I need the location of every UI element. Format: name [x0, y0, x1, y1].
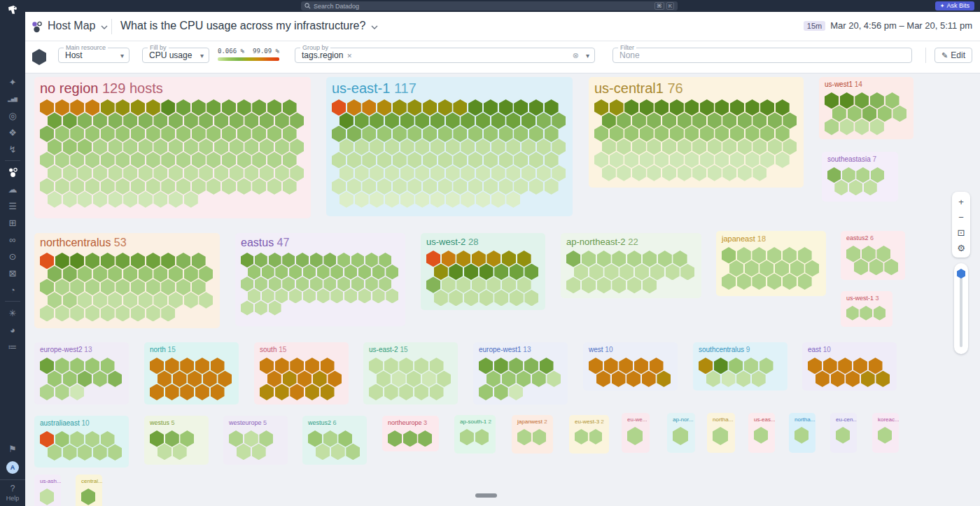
host-hexagon[interactable]: [108, 266, 122, 282]
host-hexagon[interactable]: [131, 279, 145, 295]
host-hexagon[interactable]: [484, 152, 498, 168]
host-hexagon[interactable]: [722, 113, 736, 129]
host-hexagon[interactable]: [453, 126, 467, 142]
host-hexagon[interactable]: [604, 264, 618, 281]
host-hexagon[interactable]: [834, 180, 848, 195]
host-hexagon[interactable]: [108, 444, 122, 461]
host-hexagon[interactable]: [78, 191, 92, 207]
host-hexagon[interactable]: [574, 264, 588, 281]
host-hexagon[interactable]: [214, 139, 228, 155]
host-hexagon[interactable]: [296, 276, 309, 291]
host-hexagon[interactable]: [85, 126, 99, 142]
host-hexagon[interactable]: [85, 358, 99, 374]
host-hexagon[interactable]: [385, 191, 399, 207]
host-hexagon[interactable]: [760, 260, 774, 277]
host-hexagon[interactable]: [461, 139, 475, 155]
host-hexagon[interactable]: [150, 384, 164, 400]
hostmap-group-westus[interactable]: westus 5: [144, 416, 209, 465]
host-hexagon[interactable]: [241, 253, 253, 267]
host-hexagon[interactable]: [442, 276, 456, 293]
host-hexagon[interactable]: [729, 358, 743, 374]
host-hexagon[interactable]: [708, 139, 722, 155]
host-hexagon[interactable]: [211, 384, 225, 400]
host-hexagon[interactable]: [78, 292, 92, 308]
hostmap-group-central[interactable]: central...: [76, 475, 102, 506]
host-hexagon[interactable]: [252, 126, 266, 142]
sidebar-item-events[interactable]: ↯: [0, 141, 25, 157]
host-hexagon[interactable]: [472, 276, 486, 293]
host-hexagon[interactable]: [506, 113, 520, 129]
host-hexagon[interactable]: [146, 253, 160, 269]
host-hexagon[interactable]: [340, 139, 354, 155]
host-hexagon[interactable]: [70, 305, 84, 321]
sidebar-item-dashboards[interactable]: ⊞: [0, 214, 25, 231]
host-hexagon[interactable]: [101, 279, 115, 295]
sidebar-item-logs[interactable]: ☰: [0, 197, 25, 214]
host-hexagon[interactable]: [85, 152, 99, 168]
host-hexagon[interactable]: [63, 444, 77, 461]
host-hexagon[interactable]: [93, 292, 107, 308]
host-hexagon[interactable]: [776, 99, 790, 115]
host-hexagon[interactable]: [617, 164, 631, 181]
host-hexagon[interactable]: [870, 119, 884, 135]
sidebar-item-audit[interactable]: ⊠: [0, 265, 25, 281]
host-hexagon[interactable]: [522, 113, 536, 129]
host-hexagon[interactable]: [78, 165, 92, 181]
host-hexagon[interactable]: [222, 126, 236, 142]
host-hexagon[interactable]: [379, 253, 391, 267]
host-hexagon[interactable]: [379, 276, 391, 291]
host-hexagon[interactable]: [794, 427, 808, 444]
hostmap-group-us-east-2[interactable]: us-east-2 15: [363, 342, 458, 405]
host-hexagon[interactable]: [415, 191, 429, 207]
host-hexagon[interactable]: [537, 139, 551, 155]
fill-by-select[interactable]: Fill by CPU usage ▾: [142, 48, 209, 63]
host-hexagon[interactable]: [93, 371, 107, 387]
sidebar-item-service-map[interactable]: ❖: [0, 124, 25, 141]
host-hexagon[interactable]: [267, 152, 281, 168]
hostmap-canvas[interactable]: no region 129 hostsus-east-1 117us-centr…: [25, 73, 980, 506]
host-hexagon[interactable]: [214, 165, 228, 181]
host-hexagon[interactable]: [484, 126, 498, 142]
sidebar-item-watchdog[interactable]: ◎: [0, 107, 25, 124]
host-hexagon[interactable]: [355, 165, 369, 181]
host-hexagon[interactable]: [70, 384, 84, 400]
host-hexagon[interactable]: [203, 371, 217, 387]
host-hexagon[interactable]: [775, 260, 789, 277]
host-hexagon[interactable]: [184, 266, 198, 282]
hostmap-group-us-west-2[interactable]: us-west-2 28: [421, 233, 545, 310]
host-hexagon[interactable]: [426, 276, 440, 293]
host-hexagon[interactable]: [738, 139, 752, 155]
host-hexagon[interactable]: [370, 165, 384, 181]
host-hexagon[interactable]: [479, 290, 493, 306]
host-hexagon[interactable]: [283, 178, 297, 195]
host-hexagon[interactable]: [746, 125, 760, 141]
host-hexagon[interactable]: [479, 358, 493, 374]
sidebar-item-synthetics[interactable]: ◔: [0, 281, 25, 298]
host-hexagon[interactable]: [150, 430, 164, 447]
host-hexagon[interactable]: [192, 253, 206, 269]
host-hexagon[interactable]: [85, 178, 99, 195]
host-hexagon[interactable]: [461, 165, 475, 181]
host-hexagon[interactable]: [269, 276, 281, 291]
filter-input[interactable]: Filter None: [612, 48, 912, 63]
host-hexagon[interactable]: [589, 429, 603, 444]
host-hexagon[interactable]: [48, 165, 62, 181]
host-hexagon[interactable]: [108, 165, 122, 181]
host-hexagon[interactable]: [746, 99, 760, 115]
host-hexagon[interactable]: [484, 99, 498, 115]
host-hexagon[interactable]: [180, 384, 194, 400]
host-hexagon[interactable]: [139, 191, 153, 207]
host-hexagon[interactable]: [430, 191, 444, 207]
host-hexagon[interactable]: [506, 165, 520, 181]
host-hexagon[interactable]: [262, 265, 274, 279]
saved-question-title[interactable]: What is the CPU usage across my infrastr…: [120, 20, 378, 32]
host-hexagon[interactable]: [678, 113, 692, 129]
host-hexagon[interactable]: [275, 384, 289, 400]
host-hexagon[interactable]: [78, 139, 92, 155]
hostmap-group-australiaeast[interactable]: australiaeast 10: [34, 416, 129, 468]
host-hexagon[interactable]: [878, 106, 892, 122]
host-hexagon[interactable]: [832, 106, 846, 122]
host-hexagon[interactable]: [269, 300, 281, 315]
host-hexagon[interactable]: [153, 191, 167, 207]
host-hexagon[interactable]: [369, 358, 383, 374]
